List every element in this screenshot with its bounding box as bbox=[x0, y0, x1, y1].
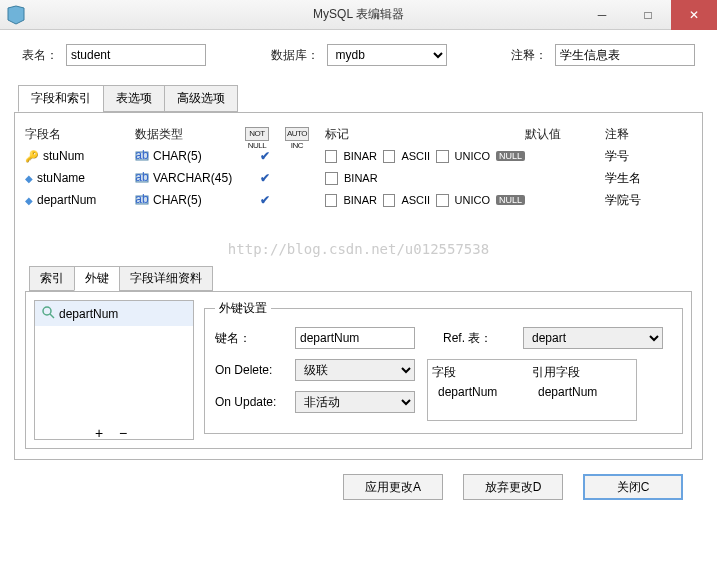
datatype-icon: ab bbox=[135, 149, 149, 163]
app-icon bbox=[6, 5, 26, 25]
header-flags: 标记 bbox=[325, 126, 525, 143]
table-name-label: 表名： bbox=[22, 47, 58, 64]
table-row[interactable]: ◆stuNameabVARCHAR(45)✔BINAR学生名 bbox=[25, 167, 692, 189]
flag-checkbox[interactable] bbox=[436, 150, 448, 163]
refbox-col[interactable]: departNum bbox=[432, 385, 532, 399]
minimize-button[interactable]: ─ bbox=[579, 0, 625, 30]
search-icon bbox=[41, 305, 55, 322]
table-name-input[interactable] bbox=[66, 44, 206, 66]
column-icon: ◆ bbox=[25, 195, 33, 206]
column-comment: 学生名 bbox=[605, 170, 675, 187]
flag-label: BINAR bbox=[343, 194, 377, 206]
header-comment: 注释 bbox=[605, 126, 675, 143]
column-type: VARCHAR(45) bbox=[153, 171, 232, 185]
refbox-col-header: 字段 bbox=[432, 364, 532, 381]
check-icon: ✔ bbox=[260, 171, 270, 185]
maximize-button[interactable]: □ bbox=[625, 0, 671, 30]
tab-fields-indexes[interactable]: 字段和索引 bbox=[18, 85, 104, 112]
flag-label: BINAR bbox=[344, 172, 378, 184]
table-row[interactable]: ◆departNumabCHAR(5)✔BINARASCIIUNICONULL学… bbox=[25, 189, 692, 211]
fields-panel: 字段名 数据类型 NOTNULL AUTOINC 标记 默认值 注释 🔑stuN… bbox=[14, 112, 703, 460]
flag-label: UNICO bbox=[455, 150, 490, 162]
flag-checkbox[interactable] bbox=[383, 194, 395, 207]
comment-label: 注释： bbox=[511, 47, 547, 64]
flag-label: ASCII bbox=[401, 194, 430, 206]
datatype-icon: ab bbox=[135, 171, 149, 185]
tab-table-options[interactable]: 表选项 bbox=[103, 85, 165, 112]
ref-columns-box: 字段 引用字段 departNum departNum bbox=[427, 359, 637, 421]
refbox-refcol[interactable]: departNum bbox=[532, 385, 632, 399]
flag-checkbox[interactable] bbox=[325, 172, 338, 185]
flag-label: ASCII bbox=[401, 150, 430, 162]
flag-checkbox[interactable] bbox=[325, 150, 337, 163]
database-select[interactable]: mydb bbox=[327, 44, 447, 66]
fk-add-remove[interactable]: + − bbox=[95, 425, 133, 441]
comment-input[interactable] bbox=[555, 44, 695, 66]
datatype-icon: ab bbox=[135, 193, 149, 207]
flag-checkbox[interactable] bbox=[325, 194, 337, 207]
onupdate-select[interactable]: 非活动 bbox=[295, 391, 415, 413]
close-dialog-button[interactable]: 关闭C bbox=[583, 474, 683, 500]
window-title: MySQL 表编辑器 bbox=[313, 6, 404, 23]
column-name: stuNum bbox=[43, 149, 84, 163]
watermark: http://blog.csdn.net/u012557538 bbox=[25, 241, 692, 257]
svg-point-6 bbox=[43, 307, 51, 315]
column-name: stuName bbox=[37, 171, 85, 185]
column-comment: 学号 bbox=[605, 148, 675, 165]
tab-advanced[interactable]: 高级选项 bbox=[164, 85, 238, 112]
null-badge: NULL bbox=[496, 151, 525, 161]
apply-button[interactable]: 应用更改A bbox=[343, 474, 443, 500]
null-badge: NULL bbox=[496, 195, 525, 205]
reftable-label: Ref. 表： bbox=[443, 330, 513, 347]
svg-line-7 bbox=[50, 314, 54, 318]
table-row[interactable]: 🔑stuNumabCHAR(5)✔BINARASCIIUNICONULL学号 bbox=[25, 145, 692, 167]
sub-tabs: 索引 外键 字段详细资料 bbox=[29, 266, 692, 292]
header-notnull-icon: NOTNULL bbox=[245, 127, 269, 141]
ondelete-select[interactable]: 级联 bbox=[295, 359, 415, 381]
header-autoinc-icon: AUTOINC bbox=[285, 127, 309, 141]
reftable-select[interactable]: depart bbox=[523, 327, 663, 349]
check-icon: ✔ bbox=[260, 149, 270, 163]
close-button[interactable]: ✕ bbox=[671, 0, 717, 30]
database-label: 数据库： bbox=[271, 47, 319, 64]
svg-text:ab: ab bbox=[135, 171, 149, 184]
svg-text:ab: ab bbox=[135, 149, 149, 162]
flag-checkbox[interactable] bbox=[383, 150, 395, 163]
column-comment: 学院号 bbox=[605, 192, 675, 209]
refbox-refcol-header: 引用字段 bbox=[532, 364, 632, 381]
fk-legend: 外键设置 bbox=[215, 300, 271, 317]
header-name: 字段名 bbox=[25, 126, 135, 143]
titlebar: MySQL 表编辑器 ─ □ ✕ bbox=[0, 0, 717, 30]
main-tabs: 字段和索引 表选项 高级选项 bbox=[18, 85, 703, 113]
subtab-index[interactable]: 索引 bbox=[29, 266, 75, 291]
subtab-details[interactable]: 字段详细资料 bbox=[119, 266, 213, 291]
svg-text:ab: ab bbox=[135, 193, 149, 206]
column-type: CHAR(5) bbox=[153, 193, 202, 207]
header-type: 数据类型 bbox=[135, 126, 245, 143]
keyname-input[interactable] bbox=[295, 327, 415, 349]
check-icon: ✔ bbox=[260, 193, 270, 207]
discard-button[interactable]: 放弃更改D bbox=[463, 474, 563, 500]
fk-settings-fieldset: 外键设置 键名： Ref. 表： depart On Delete: 级联 bbox=[204, 300, 683, 434]
column-icon: ◆ bbox=[25, 173, 33, 184]
flag-label: UNICO bbox=[455, 194, 490, 206]
flag-label: BINAR bbox=[343, 150, 377, 162]
keyname-label: 键名： bbox=[215, 330, 285, 347]
subtab-foreignkey[interactable]: 外键 bbox=[74, 266, 120, 291]
fk-list-item[interactable]: departNum bbox=[35, 301, 193, 326]
onupdate-label: On Update: bbox=[215, 395, 285, 409]
ondelete-label: On Delete: bbox=[215, 363, 285, 377]
flag-checkbox[interactable] bbox=[436, 194, 448, 207]
fk-list[interactable]: departNum + − bbox=[34, 300, 194, 440]
column-type: CHAR(5) bbox=[153, 149, 202, 163]
column-name: departNum bbox=[37, 193, 96, 207]
header-default: 默认值 bbox=[525, 126, 605, 143]
primary-key-icon: 🔑 bbox=[25, 150, 39, 163]
